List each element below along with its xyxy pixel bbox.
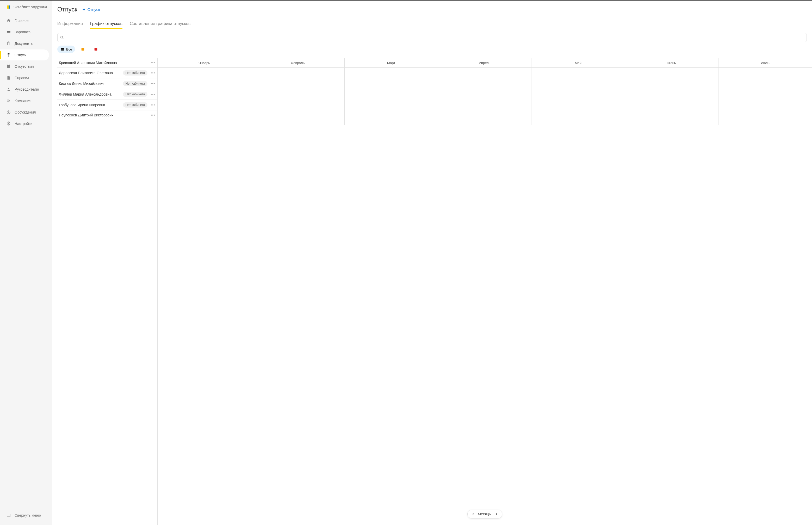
- sidebar-header: 1С:Кабинет сотрудника: [0, 5, 52, 15]
- sidebar-item-documents[interactable]: Документы: [0, 38, 49, 49]
- filter-chips: Все: [57, 46, 812, 53]
- sidebar-item-main[interactable]: Главное: [0, 15, 49, 26]
- more-button[interactable]: •••: [151, 61, 155, 65]
- employee-row[interactable]: Кихтюк Денис Михайлович Нет кабинета •••: [57, 78, 157, 89]
- no-cabinet-badge: Нет кабинета: [123, 81, 147, 86]
- calendar-column: [438, 68, 532, 125]
- tab-compose-schedule[interactable]: Составление графика отпусков: [130, 19, 190, 29]
- calendar-month: Апрель: [438, 58, 532, 68]
- svg-rect-4: [8, 64, 8, 65]
- svg-rect-5: [9, 64, 10, 65]
- sidebar-item-label: Документы: [15, 41, 33, 46]
- calendar-nav-label: Месяцы: [478, 512, 491, 516]
- svg-line-14: [62, 38, 63, 39]
- content-split: Кривошей Анастасия Михайловна ••• Доровс…: [57, 58, 812, 525]
- employee-name: Горбунова Ирина Игоревна: [59, 103, 105, 107]
- svg-point-7: [8, 100, 9, 101]
- svg-point-8: [9, 100, 10, 101]
- sidebar-item-label: Отпуск: [15, 53, 26, 57]
- plus-icon: +: [83, 7, 86, 12]
- filter-rejected-chip[interactable]: [91, 46, 101, 53]
- clipboard-icon: [6, 41, 11, 46]
- calendar-pane: Январь Февраль Март Апрель Май Июнь Июль: [157, 58, 812, 525]
- svg-point-10: [8, 123, 9, 124]
- sidebar-item-settings[interactable]: Настройки: [0, 118, 49, 129]
- employee-name: Филлер Мария Александровна: [59, 92, 112, 96]
- filter-all-chip[interactable]: Все: [57, 46, 75, 53]
- page-title: Отпуск: [57, 6, 77, 13]
- calendar-header: Январь Февраль Март Апрель Май Июнь Июль: [158, 58, 812, 68]
- calendar-body: [158, 68, 812, 125]
- sidebar-item-salary[interactable]: Зарплата: [0, 27, 49, 38]
- no-cabinet-badge: Нет кабинета: [123, 102, 147, 107]
- gear-icon: [6, 121, 11, 126]
- calendar-month: Май: [531, 58, 625, 68]
- sidebar-item-references[interactable]: Справки: [0, 72, 49, 83]
- add-vacation-button[interactable]: + Отпуск: [83, 7, 100, 12]
- search-icon: [60, 35, 64, 40]
- calendar-column: [251, 68, 345, 125]
- sidebar-item-label: Руководителю: [15, 87, 39, 91]
- calendar-month: Март: [345, 58, 438, 68]
- more-button[interactable]: •••: [151, 113, 155, 117]
- more-button[interactable]: •••: [151, 71, 155, 75]
- employee-name: Кихтюк Денис Михайлович: [59, 81, 104, 86]
- tab-schedule[interactable]: График отпусков: [90, 19, 122, 29]
- app-logo-icon: [6, 5, 11, 10]
- no-cabinet-badge: Нет кабинета: [123, 70, 147, 76]
- calendar-month: Июнь: [625, 58, 719, 68]
- calendar-column: [345, 68, 438, 125]
- main-content: Отпуск + Отпуск Информация График отпуск…: [52, 1, 812, 525]
- sidebar-item-discussions[interactable]: Обсуждения: [0, 107, 49, 118]
- sidebar-item-label: Отсутствия: [15, 64, 34, 69]
- svg-rect-3: [7, 65, 10, 68]
- employee-name: Кривошей Анастасия Михайловна: [59, 61, 117, 65]
- calendar-all-icon: [60, 47, 64, 51]
- calendar-month: Июль: [719, 58, 812, 68]
- employee-name: Неупокоев Дмитрий Викторович: [59, 113, 114, 117]
- chat-icon: [6, 110, 11, 115]
- people-icon: [6, 99, 11, 103]
- more-button[interactable]: •••: [151, 92, 155, 96]
- svg-rect-16: [61, 48, 64, 49]
- more-button[interactable]: •••: [151, 103, 155, 107]
- sidebar-item-label: Обсуждения: [15, 110, 36, 114]
- home-icon: [6, 18, 11, 23]
- sidebar: 1С:Кабинет сотрудника Главное Зарплата Д…: [0, 1, 52, 525]
- employee-row[interactable]: Филлер Мария Александровна Нет кабинета …: [57, 89, 157, 100]
- prev-button[interactable]: [471, 512, 475, 516]
- sidebar-item-manager[interactable]: Руководителю: [0, 84, 49, 95]
- page-header: Отпуск + Отпуск: [57, 6, 812, 13]
- sidebar-item-label: Справки: [15, 76, 29, 80]
- calendar-column: [719, 68, 812, 125]
- more-button[interactable]: •••: [151, 81, 155, 86]
- sidebar-item-label: Компания: [15, 99, 31, 103]
- vacation-icon: [6, 52, 11, 57]
- collapse-menu-button[interactable]: Свернуть меню: [0, 510, 52, 521]
- tab-info[interactable]: Информация: [57, 19, 83, 29]
- employee-row[interactable]: Неупокоев Дмитрий Викторович •••: [57, 110, 157, 120]
- svg-point-6: [8, 88, 9, 89]
- next-button[interactable]: [495, 512, 498, 516]
- search-bar: [57, 33, 807, 42]
- calendar-x-icon: [6, 64, 11, 69]
- calendar-column: [531, 68, 625, 125]
- document-icon: [6, 76, 11, 80]
- employee-row[interactable]: Доровская Елизавета Олеговна Нет кабинет…: [57, 68, 157, 78]
- filter-approved-chip[interactable]: [78, 46, 88, 53]
- app-title: 1С:Кабинет сотрудника: [13, 5, 47, 9]
- sidebar-item-company[interactable]: Компания: [0, 95, 49, 106]
- svg-rect-11: [7, 514, 10, 517]
- calendar-nav: Месяцы: [467, 510, 502, 519]
- search-input[interactable]: [57, 33, 807, 42]
- sidebar-item-label: Зарплата: [15, 30, 30, 34]
- sidebar-item-vacation[interactable]: Отпуск: [0, 49, 49, 60]
- sidebar-item-label: Главное: [15, 18, 29, 22]
- calendar-rejected-icon: [94, 47, 98, 51]
- employee-row[interactable]: Горбунова Ирина Игоревна Нет кабинета ••…: [57, 100, 157, 110]
- calendar-month: Февраль: [251, 58, 345, 68]
- sidebar-item-absence[interactable]: Отсутствия: [0, 61, 49, 72]
- tabs: Информация График отпусков Составление г…: [57, 19, 812, 29]
- calendar-column: [625, 68, 719, 125]
- employee-row[interactable]: Кривошей Анастасия Михайловна •••: [57, 58, 157, 68]
